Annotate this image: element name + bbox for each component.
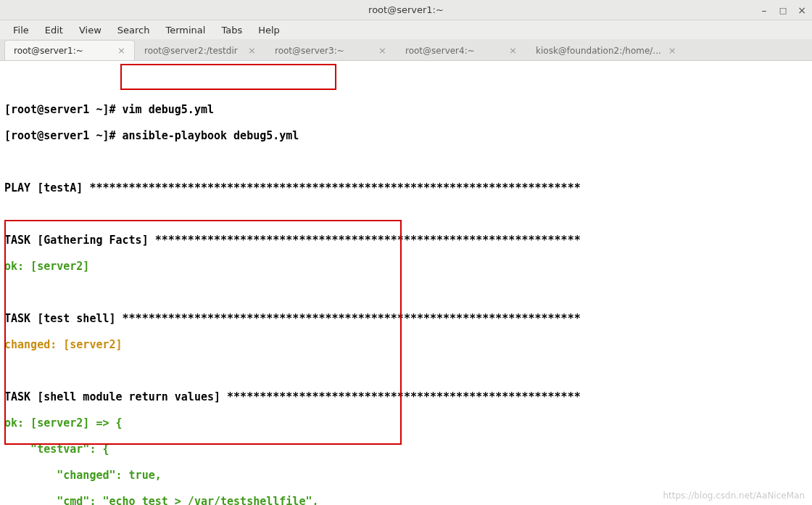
testvar-open: "testvar": { <box>4 443 808 456</box>
menu-file[interactable]: File <box>6 22 36 38</box>
tabbar: root@server1:~ × root@server2:/testdir ×… <box>0 39 812 61</box>
changed-server2: [server2] <box>63 338 122 351</box>
close-icon[interactable]: × <box>509 45 517 56</box>
tab-server3[interactable]: root@server3:~ × <box>265 40 396 60</box>
menu-tabs[interactable]: Tabs <box>214 22 249 38</box>
window-titlebar: root@server1:~ – □ × <box>0 0 812 20</box>
tab-label: root@server4:~ <box>405 46 502 56</box>
terminal-output[interactable]: [root@server1 ~]# vim debug5.yml [root@s… <box>0 61 812 505</box>
testvar-cmd: "cmd": "echo test > /var/testshellfile", <box>4 495 808 505</box>
highlight-box-commands <box>120 64 336 90</box>
menu-help[interactable]: Help <box>251 22 287 38</box>
close-icon[interactable]: × <box>117 45 125 56</box>
task-shell-return: TASK [shell module return values] ******… <box>4 390 808 403</box>
menu-search[interactable]: Search <box>110 22 157 38</box>
minimize-icon[interactable]: – <box>758 4 770 16</box>
ok-server2-expanded: ok: [server2] => { <box>4 416 808 430</box>
close-icon[interactable]: × <box>378 45 386 56</box>
tab-server4[interactable]: root@server4:~ × <box>396 40 526 60</box>
tab-label: root@server1:~ <box>14 46 110 56</box>
command-ansible: ansible-playbook debug5.yml <box>116 129 299 142</box>
testvar-changed: "changed": true, <box>4 469 808 482</box>
tab-label: root@server3:~ <box>275 46 371 56</box>
menubar: File Edit View Search Terminal Tabs Help <box>0 20 812 39</box>
play-header: PLAY [testA] ***************************… <box>4 181 808 194</box>
menu-terminal[interactable]: Terminal <box>158 22 212 38</box>
changed-label: changed: <box>4 338 63 351</box>
tab-label: root@server2:/testdir <box>144 46 241 56</box>
tab-server2[interactable]: root@server2:/testdir × <box>135 40 265 60</box>
close-icon[interactable]: × <box>668 45 676 56</box>
close-icon[interactable]: × <box>248 45 256 56</box>
menu-view[interactable]: View <box>72 22 109 38</box>
window-title: root@server1:~ <box>368 4 444 15</box>
ok-server2: ok: [server2] <box>4 260 808 273</box>
tab-label: kiosk@foundation2:/home/... <box>536 46 661 56</box>
maximize-icon[interactable]: □ <box>777 4 789 16</box>
window-controls: – □ × <box>758 0 808 20</box>
tab-kiosk[interactable]: kiosk@foundation2:/home/... × <box>526 40 686 60</box>
highlight-box-return-values <box>4 220 402 445</box>
prompt: [root@server1 ~]# <box>4 103 116 116</box>
prompt: [root@server1 ~]# <box>4 129 116 142</box>
tab-server1[interactable]: root@server1:~ × <box>4 40 135 60</box>
close-icon[interactable]: × <box>796 4 808 16</box>
task-test-shell: TASK [test shell] **********************… <box>4 312 808 325</box>
task-gathering-facts: TASK [Gathering Facts] *****************… <box>4 234 808 247</box>
menu-edit[interactable]: Edit <box>38 22 70 38</box>
command-vim: vim debug5.yml <box>116 103 214 116</box>
